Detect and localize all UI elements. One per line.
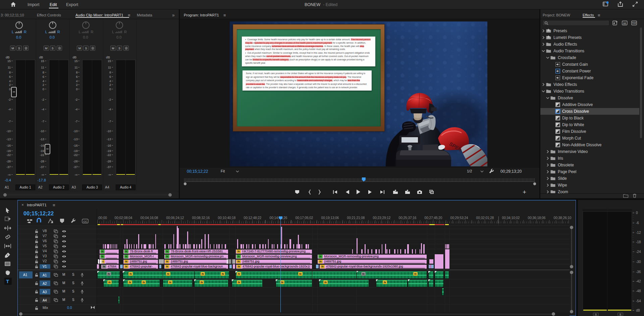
svg-text:YUV: YUV [632,22,637,24]
svg-text:32: 32 [623,22,626,25]
svg-text:CC: CC [83,220,87,223]
